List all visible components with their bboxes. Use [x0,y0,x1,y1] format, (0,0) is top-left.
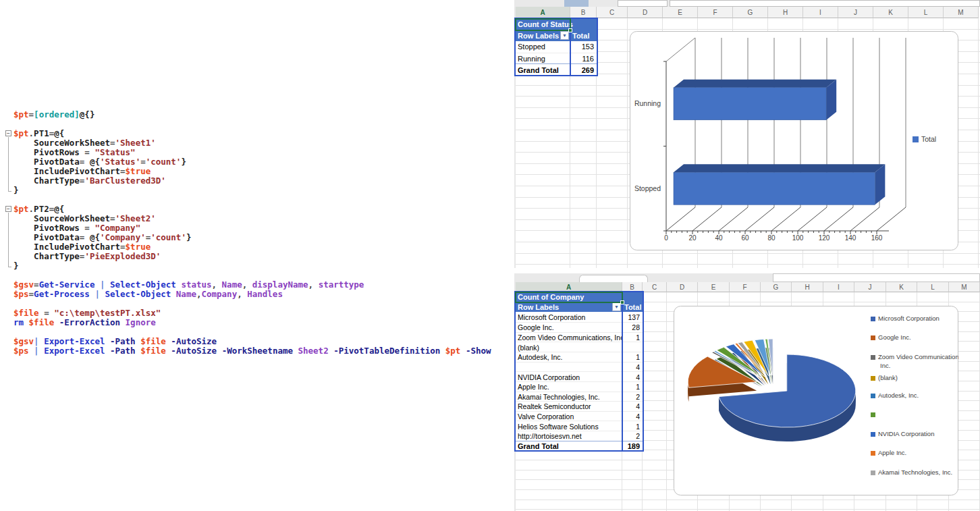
code-line[interactable]: $gsv| Export-Excel -Path $file -AutoSize [13,337,217,346]
bar-front-face [674,172,875,205]
code-line[interactable]: SourceWorkSheet='Sheet2' [13,214,156,223]
column-header-F[interactable]: F [730,282,761,292]
code-token: = [29,289,34,299]
column-header-A[interactable]: A [516,7,570,18]
pivot-row-label[interactable]: Google Inc. [516,323,622,333]
pivot-row-label[interactable]: Valve Corporation [516,412,622,422]
pivot-row-value[interactable]: 116 [570,53,597,65]
pivot-row-value[interactable]: 4 [622,372,643,382]
pivot-row-label[interactable]: NVIDIA Corporation [516,372,622,382]
powershell-editor[interactable]: $pt=[ordered]@{}$pt.PT1=@{ SourceWorkShe… [5,110,513,367]
pivot-row-label[interactable]: Helios Software Solutions [516,421,622,431]
bar-top-face [674,80,836,88]
column-header-L[interactable]: L [908,7,944,18]
code-token: ChartType [13,251,80,261]
column-header-I[interactable]: I [823,282,854,292]
column-header-C[interactable]: C [643,282,667,292]
pivot-row-label[interactable]: Apple Inc. [516,382,622,392]
column-header-E[interactable]: E [698,282,730,292]
column-header-G[interactable]: G [733,7,768,18]
column-header-F[interactable]: F [698,7,733,18]
code-line[interactable]: rm $file -ErrorAction Ignore [13,318,156,327]
pivot-row-value[interactable]: 4 [622,362,643,373]
pivot-row-value[interactable] [622,342,643,352]
pivot-row-value[interactable]: 1 [622,352,643,362]
code-token: = [140,157,146,167]
pivot-row-value[interactable]: 2 [622,431,643,441]
pivot-row-labels-header[interactable]: Row Labels [516,302,622,313]
code-line[interactable]: $file = "c:\temp\testPT.xlsx" [13,308,161,318]
code-line[interactable]: IncludePivotChart=$true [13,242,151,252]
selection-fill-handle[interactable] [620,300,624,304]
code-line[interactable]: $pt=[ordered]@{} [13,110,94,119]
pivot-row-label[interactable]: Realtek Semiconductor [516,402,622,412]
pivot-range-divider [622,302,623,451]
pivot-row-value[interactable]: 153 [570,41,597,53]
column-header-B[interactable]: B [570,7,597,18]
bar-chart-svg: 020406080100120140160StoppedRunningTotal [630,31,958,250]
column-header-H[interactable]: H [792,282,823,292]
fold-collapse-toggle-icon[interactable]: − [5,130,11,136]
code-line[interactable]: PivotData= @{'Company'='count'} [13,233,191,242]
column-header-J[interactable]: J [854,282,886,292]
column-header-C[interactable]: C [597,7,628,18]
pivot-row-label[interactable]: http://tortoisesvn.net [516,431,622,441]
pivot-row-label[interactable] [516,362,622,373]
pivot-grand-total-label[interactable]: Grand Total [516,64,570,76]
pivot-row-label[interactable]: Akamai Technologies, Inc. [516,392,622,402]
pivot-row-label[interactable]: Autodesk, Inc. [516,352,622,362]
pivot-row-value[interactable]: 4 [622,402,643,412]
pivot-row-label[interactable]: Microsoft Corporation [516,312,622,322]
pivot-row-label[interactable]: Running [516,53,570,65]
pivot-row-value[interactable]: 4 [622,412,643,422]
code-line[interactable]: PivotData= @{'Status'='count'} [13,157,186,167]
column-header-D[interactable]: D [667,282,698,292]
pivot-title-cell[interactable]: Count of Status [518,20,573,28]
pivot-grand-total-value[interactable]: 189 [622,441,643,452]
pivot-row-value[interactable]: 2 [622,392,643,402]
fold-collapse-toggle-icon[interactable]: − [5,206,11,212]
code-line[interactable]: PivotRows = "Company" [13,223,140,233]
pivot-value-header[interactable]: Total [622,302,643,313]
code-line[interactable]: $pt.PT1=@{ [13,129,64,138]
column-header-G[interactable]: G [761,282,792,292]
pivot-grand-total-label[interactable]: Grand Total [516,441,622,452]
pie-chart[interactable]: Microsoft CorporationGoogle Inc.Zoom Vid… [674,306,958,495]
column-header-H[interactable]: H [768,7,803,18]
code-line[interactable]: $ps | Export-Excel -Path $file -AutoSize… [13,346,491,356]
code-line[interactable]: $ps=Get-Process | Select-Object Name,Com… [13,290,283,299]
code-line[interactable]: } [13,186,19,195]
code-line[interactable]: SourceWorkSheet='Sheet1' [13,138,156,148]
code-line[interactable]: $gsv=Get-Service | Select-Object status,… [13,280,364,290]
column-header-M[interactable]: M [944,7,979,18]
pivot-row-value[interactable]: 137 [622,312,643,322]
code-line[interactable]: $pt.PT2=@{ [13,205,64,214]
code-line[interactable]: IncludePivotChart=$true [13,167,151,176]
code-token: = [39,308,55,318]
pivot-value-header[interactable]: Total [570,30,597,42]
column-header-D[interactable]: D [628,7,663,18]
column-header-K[interactable]: K [886,282,917,292]
pivot-grand-total-value[interactable]: 269 [570,64,597,76]
column-header-M[interactable]: M [949,282,980,292]
pivot-row-label[interactable]: (blank) [516,342,622,352]
pivot-row-value[interactable]: 1 [622,382,643,392]
column-header-I[interactable]: I [803,7,838,18]
pivot-row-value[interactable]: 28 [622,323,643,333]
pivot-row-label[interactable]: Zoom Video Communications, Inc. [516,333,622,343]
code-line[interactable]: ChartType='BarClustered3D' [13,176,166,186]
pivot-title-cell[interactable]: Count of Company [518,293,584,301]
bar-chart[interactable]: 020406080100120140160StoppedRunningTotal [630,31,958,250]
column-header-L[interactable]: L [917,282,949,292]
column-header-J[interactable]: J [838,7,873,18]
pivot-row-value[interactable]: 1 [622,421,643,431]
pivot-row-label[interactable]: Stopped [516,41,570,53]
column-header-E[interactable]: E [663,7,698,18]
code-line[interactable]: PivotRows = "Status" [13,148,136,157]
selection-fill-handle[interactable] [568,28,572,32]
row-labels-filter-dropdown[interactable]: ▼ [560,31,569,40]
code-line[interactable]: ChartType='PieExploded3D' [13,252,161,261]
column-header-K[interactable]: K [873,7,908,18]
code-line[interactable]: } [13,261,19,271]
pivot-row-value[interactable]: 1 [622,333,643,343]
